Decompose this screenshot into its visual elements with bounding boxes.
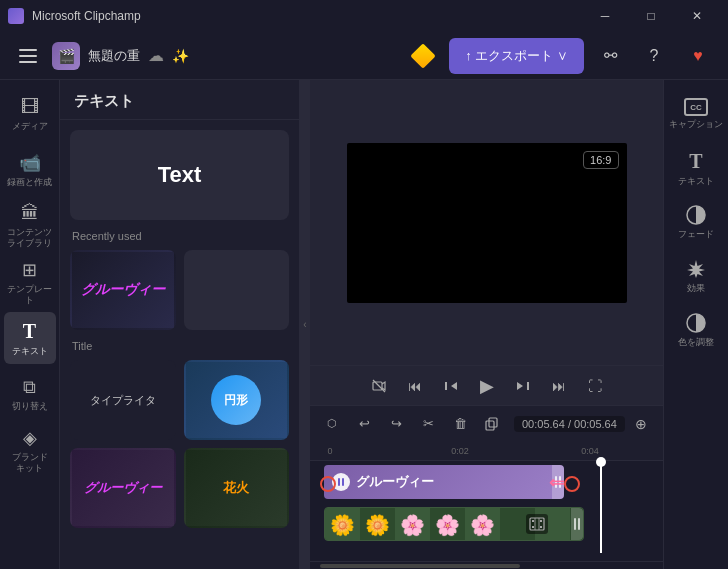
- default-text-card[interactable]: Text: [70, 130, 289, 220]
- media-icon: 🎞: [21, 97, 39, 118]
- transitions-icon: ⧉: [23, 377, 36, 398]
- sidebar-item-brand[interactable]: ◈ ブランドキット: [4, 424, 56, 476]
- undo-button[interactable]: ↩: [350, 410, 378, 438]
- rewind-button[interactable]: [436, 371, 466, 401]
- groovy-text-card-recent[interactable]: グルーヴィー: [70, 250, 176, 330]
- circle-shape: 円形: [211, 375, 261, 425]
- groovy2-card[interactable]: グルーヴィー: [70, 448, 176, 528]
- pause-bar-left: [338, 478, 340, 486]
- upgrade-button[interactable]: [405, 38, 441, 74]
- text-nav-icon: T: [23, 320, 36, 343]
- magic-icon[interactable]: ✨: [172, 48, 189, 64]
- panel-scroll[interactable]: Text Recently used グルーヴィー Title タイプライタ: [60, 120, 299, 569]
- recently-used-grid: グルーヴィー: [70, 250, 289, 330]
- text-tool-icon: T: [689, 150, 702, 173]
- redo-button[interactable]: ↪: [382, 410, 410, 438]
- sidebar-item-content[interactable]: 🏛 コンテンツライブラリ: [4, 200, 56, 252]
- flower-emoji-4: 🌸: [435, 513, 460, 537]
- video-clip[interactable]: 🌼 🌼 🌸 🌸 🌸: [324, 507, 584, 541]
- title-section-label: Title: [72, 340, 289, 352]
- clip-right-marker[interactable]: [564, 476, 580, 492]
- menu-button[interactable]: [12, 40, 44, 72]
- fullscreen-button[interactable]: ⛶: [580, 371, 610, 401]
- close-button[interactable]: ✕: [674, 0, 720, 32]
- zoom-in-button[interactable]: ⊕: [629, 412, 653, 436]
- clip-left-marker[interactable]: [320, 476, 336, 492]
- hamburger-line: [19, 55, 37, 57]
- right-sidebar: CC キャプション T テキスト フェード 効果: [663, 80, 728, 569]
- empty-recent-card[interactable]: [184, 250, 290, 330]
- rewind-icon: [444, 379, 458, 393]
- text-clip[interactable]: グルーヴィー ⟸: [324, 465, 564, 499]
- right-tool-fade[interactable]: フェード: [667, 196, 725, 248]
- app-container: 🎬 無題の重 ☁ ✨ ↑ エクスポート ∨ ⚯ ? ♥ 🎞 メディア 📹 録画と…: [0, 32, 728, 569]
- svg-rect-9: [540, 520, 542, 522]
- playhead-head: [596, 457, 606, 467]
- right-tool-captions[interactable]: CC キャプション: [667, 88, 725, 140]
- share-button[interactable]: ⚯: [592, 38, 628, 74]
- maximize-button[interactable]: □: [628, 0, 674, 32]
- preview-timeline-area: 16:9 ⏮ ▶: [310, 80, 663, 569]
- play-button[interactable]: ▶: [472, 371, 502, 401]
- right-tool-text[interactable]: T テキスト: [667, 142, 725, 194]
- main-body: 🎞 メディア 📹 録画と作成 🏛 コンテンツライブラリ ⊞ テンプレート T テ…: [0, 80, 728, 569]
- favorites-button[interactable]: ♥: [680, 38, 716, 74]
- skip-back-button[interactable]: ⏮: [400, 371, 430, 401]
- resize-arrow-icon: ⟸: [549, 473, 564, 492]
- navigate-up-button[interactable]: ⬡: [318, 410, 346, 438]
- video-clip-right-handle[interactable]: [571, 508, 583, 540]
- playhead[interactable]: [600, 461, 602, 553]
- video-track: 🌼 🌼 🌸 🌸 🌸: [314, 507, 659, 545]
- camera-off-button[interactable]: [364, 371, 394, 401]
- sidebar-item-transitions[interactable]: ⧉ 切り替え: [4, 368, 56, 420]
- duplicate-button[interactable]: [478, 410, 506, 438]
- content-icon: 🏛: [21, 203, 39, 224]
- minimize-button[interactable]: ─: [582, 0, 628, 32]
- svg-rect-4: [486, 421, 494, 430]
- text-tool-label: テキスト: [678, 176, 714, 187]
- timeline-toolbar: ⬡ ↩ ↪ ✂ 🗑 00:05.64 / 00:05.64 ⊕: [310, 405, 663, 441]
- text-panel: テキスト Text Recently used グルーヴィー Title: [60, 80, 300, 569]
- sidebar-item-templates[interactable]: ⊞ テンプレート: [4, 256, 56, 308]
- svg-rect-10: [540, 526, 542, 528]
- window-controls: ─ □ ✕: [582, 0, 720, 32]
- hanabi-card[interactable]: 花火: [184, 448, 290, 528]
- brand-icon: ◈: [23, 427, 37, 449]
- timeline-ruler: 0 0:02 0:04: [310, 441, 663, 461]
- timeline-scrollbar[interactable]: [310, 561, 663, 569]
- timeline-container: 0 0:02 0:04: [310, 441, 663, 561]
- forward-button[interactable]: [508, 371, 538, 401]
- pause-bars: [338, 478, 344, 486]
- skip-forward-button[interactable]: ⏭: [544, 371, 574, 401]
- export-button[interactable]: ↑ エクスポート ∨: [449, 38, 584, 74]
- right-tool-color[interactable]: 色を調整: [667, 304, 725, 356]
- sidebar-item-text[interactable]: T テキスト: [4, 312, 56, 364]
- circle-card[interactable]: 円形: [184, 360, 290, 440]
- flower-emoji-3: 🌸: [400, 513, 425, 537]
- svg-rect-0: [373, 382, 382, 390]
- typewriter-card[interactable]: タイプライタ: [70, 360, 176, 440]
- panel-title: テキスト: [60, 80, 299, 120]
- delete-button[interactable]: 🗑: [446, 410, 474, 438]
- cut-button[interactable]: ✂: [414, 410, 442, 438]
- color-adjust-icon: [685, 312, 707, 334]
- effects-icon: [685, 258, 707, 280]
- hamburger-line: [19, 49, 37, 51]
- effects-label: 効果: [687, 283, 705, 294]
- project-name[interactable]: 無題の重: [88, 47, 140, 65]
- help-button[interactable]: ?: [636, 38, 672, 74]
- right-tool-effects[interactable]: 効果: [667, 250, 725, 302]
- panel-collapse-handle[interactable]: ‹: [300, 80, 310, 569]
- fade-icon: [685, 204, 707, 226]
- sidebar-item-media[interactable]: 🎞 メディア: [4, 88, 56, 140]
- text-track: グルーヴィー ⟸: [314, 465, 659, 503]
- time-display: 00:05.64 / 00:05.64: [514, 416, 625, 432]
- ruler-mark-0: 0: [327, 446, 332, 456]
- cloud-icon[interactable]: ☁: [148, 46, 164, 65]
- video-preview: 16:9: [347, 143, 627, 303]
- svg-rect-3: [527, 382, 529, 390]
- sidebar-item-record[interactable]: 📹 録画と作成: [4, 144, 56, 196]
- flower-thumb-4: 🌸: [430, 508, 465, 541]
- scrollbar-thumb: [320, 564, 520, 568]
- cc-text: CC: [690, 103, 702, 112]
